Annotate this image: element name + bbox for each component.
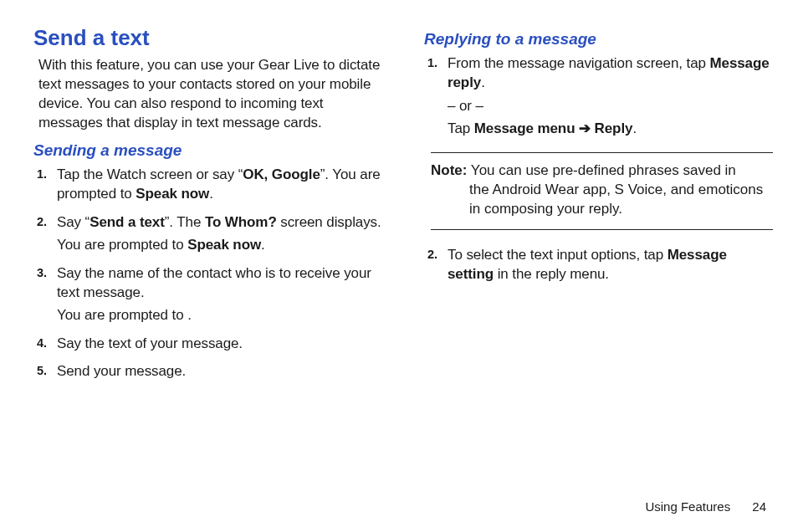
text-fragment: You are prompted to (57, 237, 187, 253)
text-fragment: Speak now (187, 237, 261, 253)
step-number: 2. (37, 213, 47, 230)
subheading-replying: Replying to a message (424, 30, 773, 49)
note-block: Note: You can use pre-defined phrases sa… (431, 152, 773, 230)
replying-steps-1: 1.From the message navigation screen, ta… (424, 54, 773, 139)
step-number: 2. (427, 246, 437, 263)
step-item: 2.Say “Send a text”. The To Whom? screen… (57, 212, 382, 255)
text-fragment: Tap the Watch screen or say “ (57, 166, 243, 182)
text-fragment: You are prompted to . (57, 307, 192, 323)
step-line: – or – (448, 96, 773, 115)
subheading-sending: Sending a message (33, 141, 382, 160)
step-line: Say “Send a text”. The To Whom? screen d… (57, 212, 382, 232)
note-label: Note: (431, 162, 467, 178)
step-item: 2.To select the text input options, tap … (448, 245, 773, 284)
text-fragment: From the message navigation screen, tap (448, 55, 710, 71)
step-line: Send your message. (57, 361, 382, 381)
text-fragment: To Whom? (205, 214, 277, 230)
step-line: Say the name of the contact who is to re… (57, 263, 382, 303)
section-title: Send a text (33, 25, 382, 51)
replying-steps-2: 2.To select the text input options, tap … (424, 245, 773, 284)
step-number: 3. (37, 264, 47, 281)
text-fragment: . (209, 186, 213, 202)
step-item: 1.Tap the Watch screen or say “OK, Googl… (57, 165, 382, 204)
note-line1: You can use pre-defined phrases saved in (467, 162, 735, 178)
step-line: From the message navigation screen, tap … (448, 54, 773, 93)
text-fragment: ➔ (579, 119, 591, 138)
text-fragment: – or – (448, 98, 483, 114)
footer-page-number: 24 (752, 499, 766, 514)
text-fragment: Message menu (474, 120, 579, 136)
text-fragment: ”. The (165, 214, 205, 230)
text-fragment: Tap (448, 120, 474, 136)
step-item: 5.Send your message. (57, 361, 382, 381)
text-fragment: Send your message. (57, 363, 186, 379)
text-fragment: in the reply menu. (494, 266, 609, 282)
page-content: Send a text With this feature, you can u… (0, 0, 798, 390)
text-fragment: . (481, 74, 485, 90)
step-line: Tap Message menu ➔ Reply. (448, 119, 773, 138)
step-number: 4. (37, 335, 47, 351)
footer-section: Using Features (645, 499, 730, 514)
text-fragment: Speak now (136, 186, 209, 202)
step-number: 1. (37, 166, 47, 182)
left-column: Send a text With this feature, you can u… (33, 25, 382, 390)
text-fragment: screen displays. (277, 214, 381, 230)
step-line: Say the text of your message. (57, 334, 382, 353)
step-number: 1. (427, 54, 437, 71)
step-line: Tap the Watch screen or say “OK, Google”… (57, 165, 382, 204)
sending-steps: 1.Tap the Watch screen or say “OK, Googl… (33, 165, 382, 381)
text-fragment: Send a text (90, 214, 165, 230)
step-item: 1.From the message navigation screen, ta… (448, 54, 773, 139)
text-fragment: To select the text input options, tap (448, 247, 668, 263)
step-line: To select the text input options, tap Me… (448, 245, 773, 284)
note-continuation: the Android Wear app, S Voice, and emoti… (431, 181, 773, 219)
text-fragment: Say “ (57, 214, 90, 230)
page-footer: Using Features 24 (645, 499, 766, 514)
step-line: You are prompted to . (57, 305, 382, 325)
text-fragment: . (261, 237, 265, 253)
text-fragment: OK, Google (243, 166, 320, 182)
step-line: You are prompted to Speak now. (57, 235, 382, 254)
right-column: Replying to a message 1.From the message… (424, 25, 773, 390)
text-fragment: . (632, 120, 637, 136)
step-item: 3.Say the name of the contact who is to … (57, 263, 382, 325)
intro-paragraph: With this feature, you can use your Gear… (38, 56, 382, 133)
text-fragment: Say the text of your message. (57, 335, 243, 351)
text-fragment: Say the name of the contact who is to re… (57, 265, 371, 300)
step-number: 5. (37, 362, 47, 379)
step-item: 4.Say the text of your message. (57, 334, 382, 353)
text-fragment: Reply (591, 120, 632, 136)
